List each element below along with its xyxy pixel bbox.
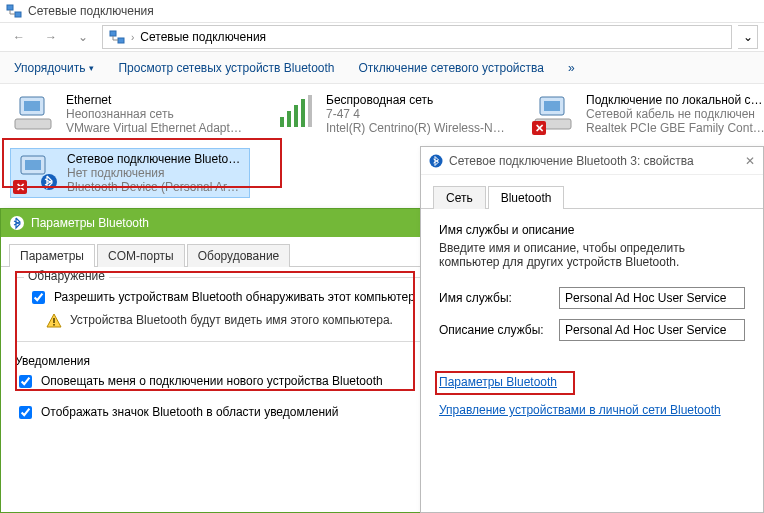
- svg-rect-11: [308, 95, 312, 127]
- cmd-organize[interactable]: Упорядочить▾: [14, 61, 94, 75]
- svg-rect-0: [7, 5, 13, 10]
- connection-status: Неопознанная сеть: [66, 107, 246, 121]
- cmd-more[interactable]: »: [568, 61, 575, 75]
- dialog-title: Сетевое подключение Bluetooth 3: свойств…: [449, 154, 694, 168]
- bluetooth-settings-dialog: Параметры Bluetooth ✕ Параметры COM-порт…: [0, 208, 472, 513]
- input-service-name[interactable]: [559, 287, 745, 309]
- input-service-desc[interactable]: [559, 319, 745, 341]
- section-description: Введите имя и описание, чтобы определить…: [439, 241, 745, 269]
- connection-device: Intel(R) Centrino(R) Wireless-N 130: [326, 121, 506, 135]
- bluetooth-icon: [429, 154, 443, 168]
- dialog-title: Параметры Bluetooth: [31, 216, 149, 230]
- section-title: Имя службы и описание: [439, 223, 745, 237]
- tab-network[interactable]: Сеть: [433, 186, 486, 209]
- connection-name: Сетевое подключение Bluetooth 3: [67, 152, 245, 166]
- svg-rect-19: [53, 318, 55, 323]
- checkbox-input[interactable]: [32, 291, 45, 304]
- tab-com-ports[interactable]: COM-порты: [97, 244, 185, 267]
- connection-device: Realtek PCIe GBE Family Controller: [586, 121, 764, 135]
- checkbox-input[interactable]: [19, 406, 32, 419]
- tab-parameters[interactable]: Параметры: [9, 244, 95, 267]
- svg-rect-16: [25, 160, 41, 170]
- network-connections-icon: [6, 3, 22, 19]
- recent-dropdown[interactable]: ⌄: [70, 25, 96, 49]
- tab-bluetooth[interactable]: Bluetooth: [488, 186, 565, 209]
- group-discovery: Обнаружение Разрешить устройствам Blueto…: [15, 277, 457, 342]
- close-button[interactable]: ✕: [745, 154, 755, 168]
- chevron-right-icon: ›: [131, 32, 134, 43]
- warning-text: Устройства Bluetooth будут видеть имя эт…: [70, 313, 393, 329]
- tab-hardware[interactable]: Оборудование: [187, 244, 291, 267]
- svg-rect-7: [280, 117, 284, 127]
- label-service-name: Имя службы:: [439, 291, 549, 305]
- group-notifications-legend: Уведомления: [15, 354, 457, 368]
- svg-rect-20: [53, 324, 55, 326]
- back-button[interactable]: ←: [6, 25, 32, 49]
- tabs: Сеть Bluetooth: [421, 175, 763, 209]
- breadcrumb-expand[interactable]: ⌄: [738, 25, 758, 49]
- svg-rect-2: [110, 31, 116, 36]
- connection-device: Bluetooth Device (Personal Area ...: [67, 180, 245, 194]
- connection-item-wireless[interactable]: Беспроводная сеть 7-47 4 Intel(R) Centri…: [270, 90, 510, 138]
- command-bar: Упорядочить▾ Просмотр сетевых устройств …: [0, 52, 764, 84]
- breadcrumb-item[interactable]: Сетевые подключения: [140, 30, 266, 44]
- window-title: Сетевые подключения: [28, 4, 154, 18]
- connection-item-ethernet[interactable]: Ethernet Неопознанная сеть VMware Virtua…: [10, 90, 250, 138]
- svg-rect-6: [15, 119, 51, 129]
- network-connections-icon: [109, 29, 125, 45]
- forward-button[interactable]: →: [38, 25, 64, 49]
- ethernet-icon: [14, 93, 58, 133]
- checkbox-label: Разрешить устройствам Bluetooth обнаружи…: [54, 290, 415, 304]
- breadcrumb[interactable]: › Сетевые подключения: [102, 25, 732, 49]
- connection-item-lan[interactable]: ✕ Подключение по локальной сети Сетевой …: [530, 90, 764, 138]
- connection-item-bluetooth[interactable]: ✕ Сетевое подключение Bluetooth 3 Нет по…: [10, 148, 250, 198]
- ethernet-icon: ✕: [534, 93, 578, 133]
- group-legend: Обнаружение: [24, 269, 109, 283]
- checkbox-input[interactable]: [19, 375, 32, 388]
- checkbox-allow-discovery[interactable]: Разрешить устройствам Bluetooth обнаружи…: [28, 290, 444, 307]
- connection-name: Ethernet: [66, 93, 246, 107]
- connection-status: Нет подключения: [67, 166, 245, 180]
- connection-name: Беспроводная сеть: [326, 93, 506, 107]
- tabs: Параметры COM-порты Оборудование: [1, 237, 471, 267]
- connection-name: Подключение по локальной сети: [586, 93, 764, 107]
- link-bluetooth-settings[interactable]: Параметры Bluetooth: [439, 375, 557, 389]
- wifi-icon: [274, 93, 318, 133]
- connection-device: VMware Virtual Ethernet Adapter ...: [66, 121, 246, 135]
- cmd-view-bt-devices[interactable]: Просмотр сетевых устройств Bluetooth: [118, 61, 334, 75]
- bluetooth-icon: [9, 215, 25, 231]
- error-badge-icon: ✕: [532, 121, 546, 135]
- checkbox-label: Оповещать меня о подключении нового устр…: [41, 374, 383, 388]
- connection-status: Сетевой кабель не подключен: [586, 107, 764, 121]
- checkbox-label: Отображать значок Bluetooth в области ув…: [41, 405, 338, 419]
- connection-status: 7-47 4: [326, 107, 506, 121]
- checkbox-notify-new-device[interactable]: Оповещать меня о подключении нового устр…: [15, 374, 457, 391]
- bluetooth-adapter-icon: ✕: [15, 152, 59, 192]
- svg-rect-1: [15, 12, 21, 17]
- address-bar: ← → ⌄ › Сетевые подключения ⌄: [0, 22, 764, 52]
- svg-rect-10: [301, 99, 305, 127]
- chevron-down-icon: ⌄: [743, 30, 753, 44]
- svg-rect-5: [24, 101, 40, 111]
- warning-row: Устройства Bluetooth будут видеть имя эт…: [46, 313, 444, 329]
- svg-rect-9: [294, 105, 298, 127]
- link-manage-pan-devices[interactable]: Управление устройствами в личной сети Bl…: [439, 403, 721, 417]
- label-service-desc: Описание службы:: [439, 323, 549, 337]
- dialog-titlebar[interactable]: Сетевое подключение Bluetooth 3: свойств…: [421, 147, 763, 175]
- warning-icon: [46, 313, 62, 329]
- connection-properties-dialog: Сетевое подключение Bluetooth 3: свойств…: [420, 146, 764, 513]
- svg-rect-13: [544, 101, 560, 111]
- svg-rect-3: [118, 38, 124, 43]
- cmd-disable-device[interactable]: Отключение сетевого устройства: [359, 61, 544, 75]
- chevron-down-icon: ▾: [89, 63, 94, 73]
- checkbox-show-tray-icon[interactable]: Отображать значок Bluetooth в области ув…: [15, 405, 457, 422]
- window-titlebar: Сетевые подключения: [0, 0, 764, 22]
- dialog-titlebar[interactable]: Параметры Bluetooth ✕: [1, 209, 471, 237]
- svg-rect-8: [287, 111, 291, 127]
- error-badge-icon: ✕: [13, 180, 27, 194]
